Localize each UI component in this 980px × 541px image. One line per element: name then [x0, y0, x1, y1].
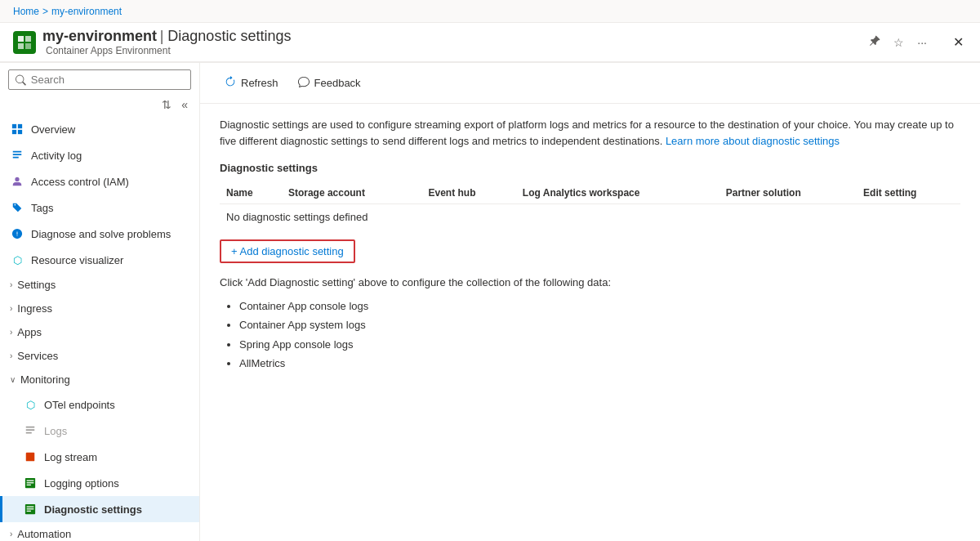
title-icons: ☆ ···	[866, 32, 930, 52]
sidebar-item-access-control[interactable]: Access control (IAM)	[0, 168, 199, 194]
sidebar-nav: Overview Activity log Access control (IA…	[0, 116, 199, 541]
learn-more-link[interactable]: Learn more about diagnostic settings	[666, 135, 840, 147]
ingress-expand: › Ingress	[10, 302, 189, 315]
list-item: AllMetrics	[239, 354, 960, 373]
refresh-button[interactable]: Refresh	[216, 71, 287, 95]
svg-rect-14	[27, 507, 34, 507]
table-row-empty: No diagnostic settings defined	[220, 204, 960, 230]
svg-rect-8	[26, 453, 35, 462]
diagnose-icon	[10, 226, 24, 241]
svg-rect-5	[18, 124, 22, 128]
monitoring-expand: ∨ Monitoring	[10, 373, 189, 386]
sidebar-item-label: Tags	[31, 202, 53, 214]
chevron-right-icon: ›	[10, 304, 12, 313]
breadcrumb: Home > my-environment	[0, 0, 980, 23]
section-label: Diagnostic settings	[220, 162, 960, 174]
sidebar-item-label: Services	[17, 350, 58, 362]
title-area: my-environment | Diagnostic settings Con…	[42, 28, 859, 56]
sidebar-item-label: Apps	[17, 326, 42, 338]
list-item: Spring App console logs	[239, 335, 960, 354]
search-icon	[16, 74, 26, 86]
sidebar-item-label: Resource visualizer	[31, 254, 123, 266]
sidebar-item-label: Overview	[31, 123, 75, 136]
sidebar-item-label: Settings	[17, 279, 56, 291]
chevron-right-icon: ›	[10, 280, 12, 289]
sidebar-item-tags[interactable]: Tags	[0, 194, 199, 221]
sidebar-item-label: Diagnose and solve problems	[31, 228, 171, 240]
svg-rect-7	[18, 130, 22, 134]
sidebar-item-activity-log[interactable]: Activity log	[0, 142, 199, 168]
breadcrumb-current[interactable]: my-environment	[51, 6, 122, 17]
sidebar-item-label: OTel endpoints	[44, 399, 115, 411]
sidebar-item-diagnose[interactable]: Diagnose and solve problems	[0, 221, 199, 247]
search-input[interactable]	[31, 74, 184, 86]
app-icon	[13, 31, 36, 54]
resource-type: Container Apps Environment	[46, 45, 291, 56]
svg-rect-16	[27, 511, 31, 512]
sidebar-item-ingress[interactable]: › Ingress	[0, 297, 199, 320]
resource-name: my-environment	[42, 28, 157, 44]
feedback-button[interactable]: Feedback	[290, 71, 369, 95]
svg-rect-12	[27, 485, 31, 485]
col-name: Name	[220, 182, 282, 204]
svg-rect-15	[27, 508, 34, 509]
sidebar-item-diagnostic-settings[interactable]: Diagnostic settings	[0, 496, 199, 522]
refresh-label: Refresh	[241, 77, 278, 89]
sidebar-item-resource-visualizer[interactable]: ⬡ Resource visualizer	[0, 247, 199, 273]
chevron-down-icon: ∨	[10, 375, 16, 384]
sidebar-item-automation[interactable]: › Automation	[0, 522, 199, 541]
svg-rect-0	[18, 36, 24, 42]
content-body: Diagnostic settings are used to configur…	[200, 104, 980, 541]
sidebar-item-logs[interactable]: Logs	[0, 418, 199, 444]
add-button-label: + Add diagnostic setting	[231, 245, 344, 257]
feedback-label: Feedback	[314, 77, 361, 89]
sidebar-item-overview[interactable]: Overview	[0, 116, 199, 142]
sidebar-item-log-stream[interactable]: Log stream	[0, 444, 199, 470]
svg-rect-11	[27, 482, 34, 483]
sidebar-item-services[interactable]: › Services	[0, 344, 199, 368]
sidebar-item-label: Diagnostic settings	[44, 503, 142, 516]
sort-button[interactable]: ⇅	[158, 96, 175, 113]
svg-rect-4	[12, 124, 16, 128]
pin-button[interactable]	[866, 32, 884, 52]
svg-rect-3	[25, 43, 31, 49]
log-stream-icon	[23, 449, 38, 464]
col-partner-solution: Partner solution	[719, 182, 857, 204]
add-diagnostic-setting-button[interactable]: + Add diagnostic setting	[220, 239, 355, 263]
sidebar-item-settings[interactable]: › Settings	[0, 273, 199, 297]
search-box[interactable]	[8, 69, 191, 90]
favorite-button[interactable]: ☆	[890, 33, 907, 52]
logging-options-icon	[23, 476, 38, 490]
sidebar-item-label: Logs	[44, 425, 67, 437]
services-expand: › Services	[10, 350, 189, 362]
sidebar-item-label: Activity log	[31, 150, 82, 162]
breadcrumb-home[interactable]: Home	[13, 6, 39, 17]
sidebar-item-logging-options[interactable]: Logging options	[0, 470, 199, 496]
overview-icon	[10, 122, 24, 136]
chevron-right-icon: ›	[10, 328, 12, 337]
col-storage: Storage account	[282, 182, 422, 204]
collapse-button[interactable]: «	[178, 96, 191, 113]
sidebar-item-otel-endpoints[interactable]: ⬡ OTel endpoints	[0, 391, 199, 418]
close-button[interactable]: ✕	[950, 31, 967, 53]
more-options-button[interactable]: ···	[914, 33, 930, 52]
iam-icon	[10, 174, 24, 189]
refresh-icon	[225, 76, 236, 90]
apps-expand: › Apps	[10, 326, 189, 338]
page-header: my-environment | Diagnostic settings Con…	[0, 23, 980, 62]
page-subtitle: Diagnostic settings	[167, 28, 291, 44]
data-items-list: Container App console logs Container App…	[220, 297, 960, 373]
sidebar-item-label: Logging options	[44, 477, 119, 490]
content-area: Refresh Feedback Diagnostic settings are…	[200, 63, 980, 541]
diagnostic-settings-icon	[23, 502, 38, 516]
no-settings-text: No diagnostic settings defined	[220, 204, 960, 230]
sidebar-item-label: Access control (IAM)	[31, 176, 129, 188]
click-instructions: Click 'Add Diagnostic setting' above to …	[220, 276, 960, 288]
col-event-hub: Event hub	[421, 182, 515, 204]
col-log-analytics: Log Analytics workspace	[516, 182, 719, 204]
sidebar-item-apps[interactable]: › Apps	[0, 320, 199, 344]
activity-log-icon	[10, 148, 24, 163]
sidebar-item-monitoring[interactable]: ∨ Monitoring	[0, 368, 199, 391]
chevron-right-icon: ›	[10, 351, 12, 360]
otel-icon: ⬡	[23, 397, 38, 412]
